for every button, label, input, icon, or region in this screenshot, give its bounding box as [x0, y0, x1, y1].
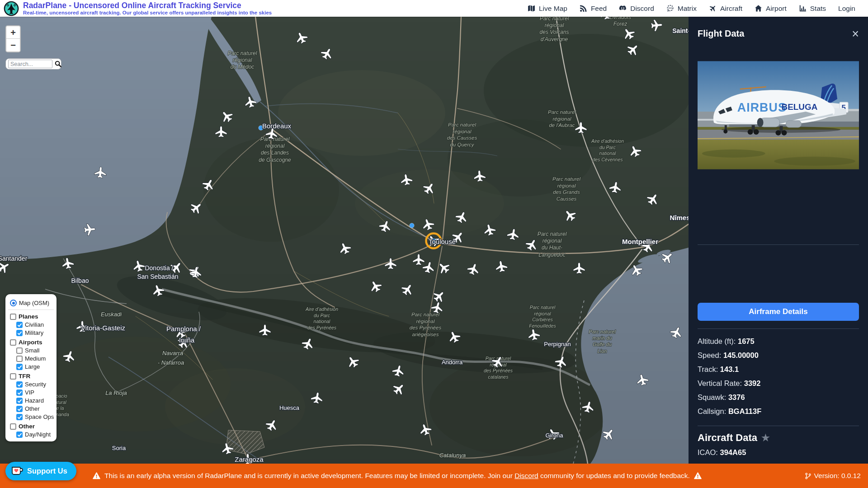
plane-icon [709, 5, 717, 12]
aircraft-data-title: Aircraft Data [698, 432, 757, 444]
checkbox-military[interactable] [16, 330, 23, 336]
field-value: 3392 [744, 379, 761, 387]
region-label: Navarra [162, 350, 183, 357]
flight-fields: Altitude (ft): 1675Speed: 145.00000Track… [698, 334, 859, 418]
site-subtitle: Real-time, uncensored aircraft tracking.… [23, 10, 272, 15]
layer-row-security[interactable]: Security [16, 381, 52, 388]
position-dot[interactable] [410, 223, 414, 228]
favorite-star-icon[interactable]: ★ [761, 432, 770, 443]
field-value: BGA113F [728, 407, 761, 415]
checkbox-civilian[interactable] [16, 322, 23, 328]
warning-icon [93, 472, 100, 479]
airframe-details-button[interactable]: Airframe Details [698, 303, 859, 321]
layer-row-space-ops[interactable]: Space Ops [16, 413, 52, 420]
checkbox-day-night[interactable] [16, 432, 23, 438]
checkbox-hazard[interactable] [16, 398, 23, 404]
flight-data-title: Flight Data [698, 28, 744, 39]
checkbox-tfr[interactable] [10, 373, 16, 380]
radio-map-osm[interactable] [10, 300, 17, 306]
layer-row-planes[interactable]: Planes [10, 313, 52, 320]
region-label: Euskadi [101, 311, 122, 318]
field-value: 1675 [738, 337, 755, 345]
city-label: San Sebastián [137, 273, 178, 280]
checkbox-airports[interactable] [10, 339, 16, 346]
zoom-out-button[interactable]: − [6, 39, 20, 52]
nav-feed[interactable]: Feed [580, 5, 607, 13]
discord-link[interactable]: Discord [514, 472, 538, 479]
layer-row-small[interactable]: Small [16, 347, 52, 354]
map-canvas[interactable]: Parc naturelrégionaldu MédocParc naturel… [0, 17, 689, 464]
checkbox-other[interactable] [10, 423, 16, 430]
park-label: Parc naturelrégionaldes Landesde Gascogn… [259, 136, 291, 163]
city-label: Soria [112, 445, 126, 451]
layer-row-airports[interactable]: Airports [10, 339, 52, 346]
checkbox-security[interactable] [16, 381, 23, 388]
checkbox-large[interactable] [16, 364, 23, 370]
layer-label: Space Ops [25, 413, 54, 420]
checkbox-planes[interactable] [10, 314, 16, 320]
field-value: 3376 [728, 393, 745, 401]
site-title: RadarPlane - Uncensored Online Aircraft … [23, 1, 272, 9]
discord-icon [619, 5, 627, 12]
checkbox-vip[interactable] [16, 389, 23, 396]
city-label: Zaragoza [235, 455, 264, 463]
nav-airport[interactable]: Airport [755, 5, 787, 13]
map-icon [528, 5, 535, 12]
map[interactable]: Parc naturelrégionaldu MédocParc naturel… [0, 17, 689, 464]
nav-matrix[interactable]: Matrix [666, 5, 697, 13]
layer-row-hazard[interactable]: Hazard [16, 397, 52, 404]
layer-row-other[interactable]: Other [10, 423, 52, 430]
checkbox-space-ops[interactable] [16, 414, 23, 420]
nav-stats[interactable]: Stats [799, 5, 826, 13]
field-callsign: Callsign: BGA113F [698, 404, 859, 418]
nav-label: Matrix [678, 5, 697, 13]
city-label: Toulouse [429, 238, 456, 245]
coffee-cup-icon [11, 466, 23, 476]
search-control [5, 58, 61, 70]
layer-label: Large [25, 363, 40, 370]
layer-control: Map (OSM)PlanesCivilianMilitaryAirportsS… [5, 294, 57, 441]
brand[interactable]: RadarPlane - Uncensored Online Aircraft … [0, 1, 272, 16]
close-icon[interactable]: × [852, 29, 859, 38]
zoom-in-button[interactable]: + [6, 26, 20, 39]
city-label: Santander [0, 255, 28, 262]
nav-label: Login [838, 5, 855, 13]
layer-label: Civilian [25, 321, 44, 328]
city-label: Bilbao [71, 277, 89, 284]
rss-icon [580, 5, 587, 12]
layer-label: Security [25, 381, 46, 388]
layer-row-civilian[interactable]: Civilian [16, 321, 52, 328]
park-label: Parc naturelrégionaldes Volcansd'Auvergn… [540, 17, 569, 42]
city-label: Bordeaux [262, 122, 292, 130]
search-input[interactable] [8, 60, 52, 68]
search-button[interactable] [55, 61, 61, 67]
layer-row-large[interactable]: Large [16, 363, 52, 370]
checkbox-small[interactable] [16, 347, 23, 354]
map-terrain [0, 17, 689, 464]
layer-row-vip[interactable]: VIP [16, 389, 52, 396]
nav-login[interactable]: Login [838, 5, 855, 13]
field-value: 394A65 [720, 448, 746, 456]
field-track: Track: 143.1 [698, 362, 859, 376]
support-us-button[interactable]: Support Us [5, 462, 76, 480]
layer-row-day-night[interactable]: Day/Night [16, 431, 52, 438]
layer-label: Other [25, 405, 40, 412]
git-branch-icon [805, 473, 811, 479]
aircraft-photo: 5 AIRBUS BELUGA [698, 61, 859, 169]
city-label: Pamplona / [166, 325, 201, 333]
layer-row-medium[interactable]: Medium [16, 355, 52, 362]
chart-icon [799, 5, 807, 12]
checkbox-medium[interactable] [16, 356, 23, 362]
nav-label: Discord [630, 5, 654, 13]
layer-label: Planes [19, 313, 38, 320]
checkbox-other[interactable] [16, 406, 23, 412]
layer-row-other[interactable]: Other [16, 405, 52, 412]
layer-row-map-osm[interactable]: Map (OSM) [10, 300, 52, 306]
layer-row-tfr[interactable]: TFR [10, 373, 52, 380]
city-label: Nîmes [670, 214, 689, 221]
layer-row-military[interactable]: Military [16, 329, 52, 336]
nav-live-map[interactable]: Live Map [528, 5, 567, 13]
field-value: 145.00000 [723, 351, 759, 359]
nav-aircraft[interactable]: Aircraft [709, 5, 742, 13]
nav-discord[interactable]: Discord [619, 5, 654, 13]
